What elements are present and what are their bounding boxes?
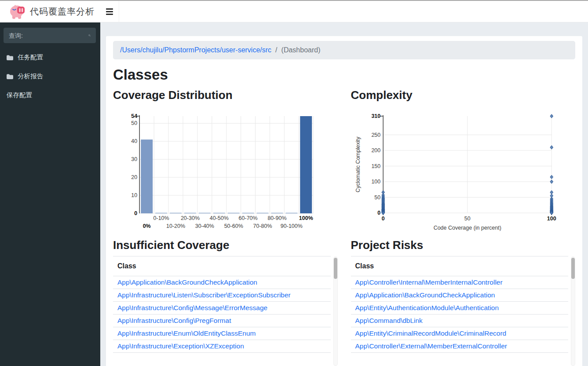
class-link[interactable]: App\Infrastructure\Config\Message\ErrorM…: [117, 304, 267, 311]
app-logo[interactable]: 代码覆盖率分析: [0, 1, 100, 22]
sidebar-item-label: 任务配置: [18, 53, 43, 62]
table-row: App\Infrastructure\Enum\OldEntityClassEn…: [113, 327, 331, 340]
search-input[interactable]: [9, 32, 88, 39]
project-risks-table-wrap: Class App\Controller\Internal\MemberInte…: [351, 256, 576, 366]
bar-10-20%: [170, 213, 182, 213]
pig-logo-icon: [10, 4, 26, 20]
table-row: App\Controller\External\MemberExternalCo…: [351, 340, 569, 353]
scatter-point: [550, 175, 553, 179]
table-row: App\Entity\AuthenticationModule\Authenti…: [351, 302, 569, 315]
svg-text:80-90%: 80-90%: [267, 215, 286, 221]
folder-icon: [7, 74, 13, 79]
sidebar-item-0[interactable]: 任务配置: [0, 48, 100, 67]
svg-text:0: 0: [134, 210, 137, 216]
table-row: App\Application\BackGroundCheckApplicati…: [351, 289, 569, 302]
sidebar-item-label: 分析报告: [18, 72, 43, 81]
breadcrumb-separator: /: [275, 46, 277, 54]
table-row: App\Entity\CriminalRecordModule\Criminal…: [351, 327, 569, 340]
bar-20-30%: [184, 213, 196, 213]
svg-text:Cyclomatic Complexity: Cyclomatic Complexity: [355, 136, 361, 192]
table-scrollbar-thumb[interactable]: [334, 258, 337, 279]
svg-text:0: 0: [381, 216, 384, 222]
breadcrumb-path-link[interactable]: /Users/chujilu/PhpstormProjects/user-ser…: [120, 46, 271, 54]
coverage-distribution-chart[interactable]: 54102030405000%0-10%10-20%20-30%30-40%40…: [113, 103, 338, 235]
sidebar-item-2[interactable]: 保存配置: [0, 86, 100, 105]
bar-100%: [300, 116, 312, 213]
table-row: App\Command\dbLink: [351, 315, 569, 327]
column-header-class: Class: [113, 256, 331, 276]
insufficient-coverage-table: Class App\Application\BackGroundCheckApp…: [113, 256, 331, 353]
svg-text:20-30%: 20-30%: [181, 215, 200, 221]
content-area: /Users/chujilu/PhpstormProjects/user-ser…: [100, 22, 588, 366]
class-link[interactable]: App\Command\dbLink: [355, 317, 423, 324]
svg-text:30: 30: [131, 156, 137, 162]
dashboard-card: /Users/chujilu/PhpstormProjects/user-ser…: [106, 36, 582, 366]
bar-70-80%: [257, 213, 269, 213]
svg-text:40: 40: [131, 138, 137, 144]
app-window: 代码覆盖率分析 任务配置分析报告保存配置 /Users/chujilu/Phps…: [0, 0, 588, 366]
project-risks-section: Project Risks Class App\Controller\Inter…: [351, 235, 576, 366]
sidebar-item-1[interactable]: 分析报告: [0, 67, 100, 86]
svg-text:54: 54: [131, 113, 137, 119]
table-scrollbar-thumb[interactable]: [571, 258, 575, 279]
dashboard-grid: Coverage Distribution 54102030405000%0-1…: [113, 85, 575, 366]
svg-text:50: 50: [374, 194, 380, 201]
class-link[interactable]: App\Infrastructure\Config\PregFormat: [117, 317, 231, 324]
hamburger-icon: [106, 8, 113, 10]
svg-text:60-70%: 60-70%: [239, 215, 258, 221]
bar-90-100%: [285, 213, 297, 213]
top-navbar: [100, 1, 588, 22]
class-link[interactable]: App\Infrastructure\Exception\XZException: [117, 342, 244, 350]
svg-text:250: 250: [371, 132, 380, 138]
project-risks-table: Class App\Controller\Internal\MemberInte…: [351, 256, 569, 353]
class-link[interactable]: App\Controller\External\MemberExternalCo…: [355, 342, 507, 350]
insufficient-coverage-title: Insufficient Coverage: [113, 238, 338, 252]
table-row: App\Infrastructure\Exception\XZException: [113, 340, 331, 353]
complexity-chart[interactable]: 310501001502002500050100Code Coverage (i…: [351, 103, 576, 235]
class-link[interactable]: App\Application\BackGroundCheckApplicati…: [355, 291, 495, 299]
bar-0-10%: [155, 213, 167, 213]
table-scrollbar[interactable]: [571, 256, 575, 366]
class-link[interactable]: App\Infrastructure\Enum\OldEntityClassEn…: [117, 329, 256, 337]
svg-text:0-10%: 0-10%: [153, 215, 169, 221]
sidebar-menu: 任务配置分析报告保存配置: [0, 48, 100, 105]
app-title: 代码覆盖率分析: [30, 6, 95, 18]
table-row: App\Controller\Internal\MemberInternalCo…: [351, 276, 569, 289]
class-link[interactable]: App\Entity\CriminalRecordModule\Criminal…: [355, 329, 507, 337]
insufficient-coverage-section: Insufficient Coverage Class App\Applicat…: [113, 235, 338, 366]
svg-text:100%: 100%: [299, 215, 313, 221]
svg-text:20: 20: [131, 174, 137, 180]
class-link[interactable]: App\Controller\Internal\MemberInternalCo…: [355, 278, 503, 286]
svg-text:0%: 0%: [143, 223, 151, 229]
svg-text:100: 100: [547, 216, 556, 222]
svg-text:10: 10: [131, 192, 137, 198]
svg-text:10-20%: 10-20%: [166, 223, 185, 229]
class-link[interactable]: App\Entity\AuthenticationModule\Authenti…: [355, 304, 499, 311]
complexity-title: Complexity: [351, 88, 576, 102]
bar-0%: [141, 139, 153, 213]
breadcrumb-current: (Dashboard): [281, 46, 321, 54]
search-icon[interactable]: [88, 32, 91, 39]
coverage-distribution-title: Coverage Distribution: [113, 88, 338, 102]
svg-text:Code Coverage (in percent): Code Coverage (in percent): [433, 225, 501, 231]
table-row: App\Infrastructure\Config\PregFormat: [113, 315, 331, 327]
class-link[interactable]: App\Application\BackGroundCheckApplicati…: [117, 278, 257, 286]
svg-text:40-50%: 40-50%: [210, 215, 229, 221]
page-title: Classes: [113, 66, 575, 83]
svg-text:50: 50: [464, 216, 470, 222]
insufficient-coverage-table-wrap: Class App\Application\BackGroundCheckApp…: [113, 256, 338, 366]
table-row: App\Application\BackGroundCheckApplicati…: [113, 276, 331, 289]
bar-60-70%: [242, 213, 254, 213]
class-link[interactable]: App\Infrastructure\Listen\Subscriber\Exc…: [117, 291, 291, 299]
window-top-border: [0, 0, 588, 1]
svg-text:70-80%: 70-80%: [253, 223, 272, 229]
svg-text:100: 100: [371, 179, 380, 185]
sidebar: 任务配置分析报告保存配置: [0, 22, 100, 366]
bar-40-50%: [213, 213, 225, 213]
svg-text:50-60%: 50-60%: [224, 223, 243, 229]
breadcrumb: /Users/chujilu/PhpstormProjects/user-ser…: [113, 41, 575, 59]
table-row: App\Infrastructure\Listen\Subscriber\Exc…: [113, 289, 331, 302]
complexity-section: Complexity 310501001502002500050100Code …: [351, 85, 576, 235]
sidebar-toggle-button[interactable]: [100, 1, 119, 22]
table-scrollbar[interactable]: [333, 256, 338, 366]
